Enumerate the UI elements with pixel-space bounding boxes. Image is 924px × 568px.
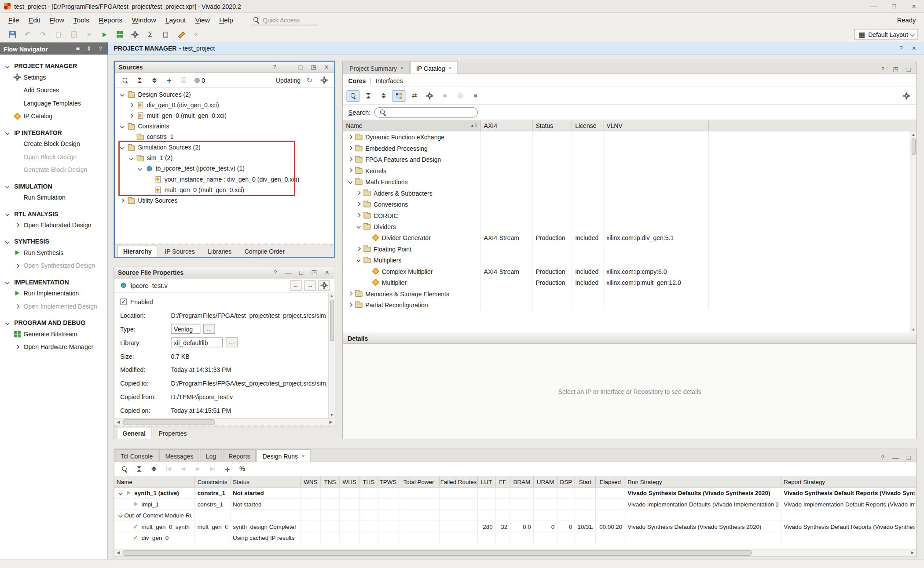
chevron-right-icon[interactable]	[355, 248, 362, 251]
tab-hierarchy[interactable]: Hierarchy	[117, 245, 158, 257]
catalog-search-input[interactable]	[374, 107, 478, 117]
source-item-your-instance-name-div-gen-0-div-gen-0-xci[interactable]: your_instance_name : div_gen_0 (div_gen_…	[115, 174, 334, 184]
source-item-mult-gen-0-mult-gen-0-xci[interactable]: mult_gen_0 (mult_gen_0.xci)	[115, 110, 334, 120]
undo-button[interactable]: ↶	[21, 29, 34, 40]
chevron-down-icon[interactable]	[355, 259, 362, 262]
details-header[interactable]: Details	[343, 333, 916, 344]
run-row-out-of-context-module-runs[interactable]: Out-of-Context Module Runs	[114, 510, 917, 521]
scroll-up-icon[interactable]: ▲	[910, 131, 917, 138]
tab-libraries[interactable]: Libraries	[202, 245, 238, 257]
tab-close-icon[interactable]: ×	[448, 65, 452, 71]
tab-design-runs[interactable]: Design Runs×	[257, 449, 311, 462]
source-item-sim-1-2[interactable]: sim_1 (2)	[115, 153, 334, 163]
column-header-name[interactable]: Name	[114, 476, 195, 487]
chevron-down-icon[interactable]	[118, 93, 126, 96]
close-button[interactable]: ×	[904, 0, 924, 12]
tab-messages[interactable]: Messages	[159, 449, 199, 462]
scroll-thumb[interactable]	[911, 138, 915, 155]
flow-item-open-implemented-design[interactable]: Open Implemented Design	[0, 300, 107, 313]
column-header-axi4[interactable]: AXI4	[481, 120, 533, 131]
catalog-row-divider-generator[interactable]: Divider GeneratorAXI4-StreamProductionIn…	[343, 232, 916, 243]
tab-close-icon[interactable]: ×	[301, 453, 305, 459]
column-header-uram[interactable]: URAM	[534, 476, 557, 487]
column-header-report-strategy[interactable]: Report Strategy	[781, 476, 917, 487]
search-button[interactable]	[118, 74, 131, 86]
redo-button[interactable]: ↷	[37, 29, 49, 40]
refresh-button[interactable]: ↻	[303, 74, 315, 86]
catalog-row-adders-subtracters[interactable]: Adders & Subtracters	[343, 187, 916, 198]
percent-button[interactable]: %	[236, 463, 249, 475]
expand-all-button[interactable]	[377, 90, 390, 102]
help-button[interactable]: ?	[897, 44, 905, 52]
flow-item-open-synthesized-design[interactable]: Open Synthesized Design	[0, 259, 107, 272]
column-header-tpws[interactable]: TPWS	[378, 476, 399, 487]
tab-properties[interactable]: Properties	[153, 427, 193, 439]
chevron-right-icon[interactable]	[118, 199, 126, 202]
copy-button[interactable]	[52, 29, 65, 40]
column-header-start[interactable]: Start	[575, 476, 596, 487]
settings-button[interactable]	[128, 29, 141, 40]
chevron-right-icon[interactable]	[347, 169, 354, 172]
run-row-synth-1-active[interactable]: synth_1 (active)constrs_1Not startedViva…	[114, 488, 917, 499]
run-row-impl-1[interactable]: impl_1constrs_1Not startedVivado Impleme…	[114, 499, 917, 510]
source-item-constrs-1[interactable]: constrs_1	[115, 131, 334, 142]
help-button[interactable]: ?	[271, 63, 279, 71]
close-button[interactable]: ×	[910, 44, 918, 52]
column-header-failed-routes[interactable]: Failed Routes	[440, 476, 478, 487]
chevron-right-icon[interactable]	[347, 292, 354, 295]
menu-button[interactable]: ≡	[73, 44, 82, 53]
sum-button[interactable]: Σ	[144, 29, 157, 40]
catalog-row-cordic[interactable]: CORDIC	[343, 210, 916, 221]
maximize-button[interactable]: □	[297, 269, 305, 277]
flow-section-header-synthesis[interactable]: SYNTHESIS	[0, 237, 107, 246]
add-button[interactable]: +	[221, 463, 234, 475]
menu-window[interactable]: Window	[127, 14, 161, 26]
tab-tcl-console[interactable]: Tcl Console	[115, 449, 158, 462]
sliders-button[interactable]: ≡	[438, 90, 451, 102]
scroll-thumb[interactable]	[330, 300, 334, 341]
flow-item-open-elaborated-design[interactable]: Open Elaborated Design	[0, 218, 107, 231]
catalog-vertical-scrollbar[interactable]: ▲ ▼	[910, 131, 917, 333]
scroll-thumb[interactable]	[123, 419, 215, 425]
flow-item-generate-bitstream[interactable]: Generate Bitstream	[0, 328, 107, 340]
run-row-mult-gen-0-synth-1[interactable]: ✓mult_gen_0_synth_1mult_gen_0synth_desig…	[114, 521, 917, 532]
help-button[interactable]: ?	[96, 44, 104, 53]
back-button[interactable]: ←	[290, 280, 302, 291]
swap-button[interactable]: ⇄	[408, 90, 421, 102]
column-header-ff[interactable]: FF	[495, 476, 510, 487]
minimize-button[interactable]: —	[283, 63, 292, 71]
column-header-constraints[interactable]: Constraints	[195, 476, 230, 487]
menu-reports[interactable]: Reports	[94, 14, 127, 26]
column-header-ths[interactable]: THS	[359, 476, 378, 487]
chevron-right-icon[interactable]	[347, 158, 354, 161]
tab-compile-order[interactable]: Compile Order	[238, 245, 290, 257]
close-button[interactable]: ×	[323, 63, 331, 71]
square-button[interactable]: ■	[469, 90, 482, 102]
help-button[interactable]: ?	[271, 269, 279, 277]
report-button[interactable]	[159, 29, 172, 40]
column-header-name[interactable]: Name▲1	[343, 120, 480, 131]
collapse-all-button[interactable]	[132, 463, 145, 475]
browse-button[interactable]: …	[203, 324, 215, 334]
search-button[interactable]	[347, 90, 359, 102]
step-first-button[interactable]: |◀	[162, 463, 175, 475]
minimize-button[interactable]: —	[864, 0, 884, 12]
column-header-whs[interactable]: WHS	[340, 476, 359, 487]
flow-section-header-rtl-analysis[interactable]: RTL ANALYSIS	[0, 209, 107, 218]
column-header-bram[interactable]: BRAM	[510, 476, 534, 487]
scroll-up-icon[interactable]: ▲	[329, 293, 335, 299]
flow-item-generate-block-design[interactable]: Generate Block Design	[0, 163, 107, 176]
chevron-down-icon[interactable]	[347, 180, 354, 183]
run-row-div-gen-0[interactable]: ✓div_gen_0Using cached IP results	[114, 532, 917, 543]
chevron-right-icon[interactable]	[355, 214, 362, 217]
properties-panel-header[interactable]: Source File Properties ?—□◳×	[114, 267, 335, 278]
delete-button[interactable]: ×	[83, 29, 95, 40]
properties-vertical-scrollbar[interactable]: ▲ ▼	[328, 293, 335, 418]
flow-item-add-sources[interactable]: Add Sources	[0, 84, 107, 96]
menu-file[interactable]: File	[4, 14, 24, 26]
column-header-dsp[interactable]: DSP	[557, 476, 575, 487]
file-button[interactable]	[177, 74, 190, 86]
minimize-button[interactable]: —	[284, 269, 293, 277]
step-back-button[interactable]: ◀	[177, 463, 190, 475]
property-input-type[interactable]: Verilog	[171, 324, 200, 334]
